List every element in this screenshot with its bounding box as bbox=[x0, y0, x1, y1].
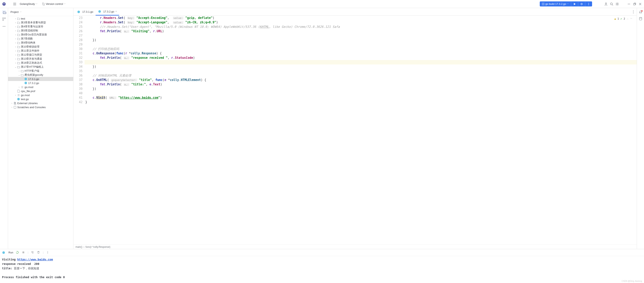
run-button[interactable] bbox=[571, 2, 578, 7]
ok-count: 2 bbox=[624, 17, 625, 20]
console-line: 百度一下，你就知道 bbox=[14, 267, 39, 270]
tree-item[interactable]: ›第5章流程控制 bbox=[8, 29, 73, 33]
svg-rect-21 bbox=[14, 106, 16, 108]
vcs-crumb[interactable]: Version control ﹀ bbox=[41, 2, 67, 6]
breadcrumb[interactable]: func(r *colly.Response) bbox=[86, 245, 110, 248]
editor-area: 17.3.1.go17.3.2.go× 23242526272829303132… bbox=[74, 8, 637, 249]
svg-point-8 bbox=[588, 3, 589, 4]
tree-item[interactable]: ›Scratches and Consoles bbox=[8, 105, 73, 109]
svg-rect-16 bbox=[4, 18, 6, 19]
chevron-down-icon[interactable]: ﹀ bbox=[630, 17, 632, 20]
stop-icon[interactable] bbox=[22, 251, 25, 254]
svg-point-13 bbox=[617, 4, 618, 5]
titlebar: GolangStudy ﹀ Version control ﹀ go build… bbox=[0, 0, 644, 8]
tree-item[interactable]: ›第9章结构体 bbox=[8, 41, 73, 45]
more-tool-icon[interactable] bbox=[2, 25, 6, 28]
debug-button[interactable] bbox=[578, 2, 585, 7]
restore-icon[interactable] bbox=[633, 2, 636, 6]
svg-point-30 bbox=[47, 253, 48, 253]
project-crumb[interactable]: GolangStudy ﹀ bbox=[18, 2, 39, 6]
svg-point-19 bbox=[4, 26, 4, 27]
trash-icon[interactable] bbox=[37, 251, 40, 254]
svg-point-18 bbox=[2, 26, 3, 27]
go-icon bbox=[77, 10, 80, 14]
tree-item[interactable]: 17.3.1.go bbox=[8, 77, 73, 81]
svg-point-29 bbox=[47, 252, 48, 252]
project-tree[interactable]: ›test›第3章基本变量与类型›第4章常量与运算符›第5章流程控制›第6章Go… bbox=[8, 16, 73, 249]
breadcrumb[interactable]: main() bbox=[76, 245, 82, 248]
svg-rect-15 bbox=[2, 18, 4, 19]
svg-rect-14 bbox=[634, 4, 635, 5]
tree-item[interactable]: ⌄第17章HTTP编程上 bbox=[8, 65, 73, 69]
database-icon[interactable] bbox=[639, 17, 642, 21]
tree-item[interactable]: ›第16章正则表达式 bbox=[8, 61, 73, 65]
tree-item[interactable]: ›第10章错误处理 bbox=[8, 45, 73, 49]
console-output[interactable]: Visiting https://www.baidu.com response … bbox=[0, 256, 644, 283]
notifications-icon[interactable] bbox=[639, 11, 642, 14]
tree-item[interactable]: ›go.mod bbox=[8, 85, 73, 89]
console-line: title: bbox=[2, 267, 14, 270]
tab-more-icon[interactable] bbox=[632, 10, 635, 14]
run-tab-label[interactable]: Run bbox=[8, 251, 13, 254]
breadcrumb-bar: main() › func(r *colly.Response) bbox=[74, 244, 637, 249]
tree-item[interactable]: ›第3章基本变量与类型 bbox=[8, 21, 73, 25]
tree-item[interactable]: ›第11章文件操作 bbox=[8, 49, 73, 53]
tree-item[interactable]: ›第6章Go语言内置容器 bbox=[8, 33, 73, 37]
svg-point-20 bbox=[5, 26, 5, 27]
svg-point-11 bbox=[605, 3, 606, 4]
close-tab-icon[interactable]: × bbox=[115, 10, 117, 13]
tree-item[interactable]: test.go bbox=[8, 97, 73, 101]
tree-item[interactable]: ›第12章接口与类型 bbox=[8, 53, 73, 57]
minimize-icon[interactable] bbox=[627, 2, 631, 6]
run-config-dropdown[interactable]: go build 17.3.2.go ﹀ bbox=[540, 2, 571, 7]
tree-item[interactable]: ›test bbox=[8, 17, 73, 21]
editor-tab[interactable]: 17.3.2.go× bbox=[96, 8, 119, 16]
svg-rect-27 bbox=[22, 251, 24, 253]
console-exit: Process finished with the exit code 0 bbox=[2, 275, 65, 279]
svg-point-23 bbox=[633, 12, 634, 12]
tree-item[interactable]: ›HTTP客户端 bbox=[8, 69, 73, 73]
tree-item[interactable]: ›go.mod bbox=[8, 93, 73, 97]
structure-tool-icon[interactable] bbox=[2, 17, 6, 21]
run-header: Run | | bbox=[0, 249, 644, 256]
project-pane-header[interactable]: Project ﹀ bbox=[8, 8, 73, 16]
vcs-label: Version control bbox=[46, 3, 63, 6]
project-tool-icon[interactable] bbox=[2, 10, 6, 14]
layout-icon[interactable] bbox=[31, 251, 34, 254]
tree-item[interactable]: 17.3.2.go bbox=[8, 81, 73, 85]
console-link[interactable]: https://www.baidu.com bbox=[17, 258, 53, 261]
breadcrumb-sep: › bbox=[84, 245, 84, 248]
hamburger-icon[interactable] bbox=[13, 2, 16, 6]
rerun-icon[interactable] bbox=[16, 251, 19, 254]
settings-icon[interactable] bbox=[616, 2, 619, 6]
svg-marker-6 bbox=[574, 3, 576, 5]
tree-item[interactable]: ›第13章并发与通道 bbox=[8, 57, 73, 61]
chevron-up-icon[interactable]: ︿ bbox=[627, 17, 629, 20]
svg-point-25 bbox=[639, 17, 642, 18]
editor-tab[interactable]: 17.3.1.go bbox=[75, 8, 96, 16]
tree-item[interactable]: ›第7章函数 bbox=[8, 37, 73, 41]
code-content[interactable]: r.Headers.Set( key: "Accept-Encoding", v… bbox=[84, 16, 637, 244]
svg-point-24 bbox=[633, 13, 634, 13]
account-icon[interactable] bbox=[604, 2, 608, 6]
more-button[interactable] bbox=[585, 2, 592, 7]
warning-icon: ▲ bbox=[614, 17, 616, 20]
svg-point-1 bbox=[3, 3, 4, 4]
go-icon bbox=[98, 10, 101, 13]
more-icon[interactable] bbox=[46, 251, 50, 254]
close-icon[interactable] bbox=[638, 2, 642, 6]
search-icon[interactable] bbox=[610, 2, 614, 6]
inspections-widget[interactable]: ▲1 ✔2 ︿ ﹀ bbox=[614, 17, 633, 21]
chevron-down-icon: ﹀ bbox=[64, 3, 66, 6]
code-editor[interactable]: 2324252627282930313233343536373839404142… bbox=[74, 16, 637, 244]
tree-item[interactable]: ›External Libraries bbox=[8, 101, 73, 105]
svg-point-28 bbox=[47, 251, 48, 251]
svg-point-0 bbox=[2, 2, 6, 6]
svg-point-2 bbox=[4, 3, 5, 4]
tree-item[interactable]: ›第4章常量与运算符 bbox=[8, 25, 73, 29]
chevron-down-icon: ﹀ bbox=[20, 11, 22, 14]
tree-item[interactable]: ⌄爬虫框架gocolly bbox=[8, 73, 73, 77]
svg-point-4 bbox=[44, 5, 44, 5]
run-config-label: go build 17.3.2.go bbox=[546, 3, 566, 6]
tree-item[interactable]: cpu_file.prof bbox=[8, 89, 73, 93]
